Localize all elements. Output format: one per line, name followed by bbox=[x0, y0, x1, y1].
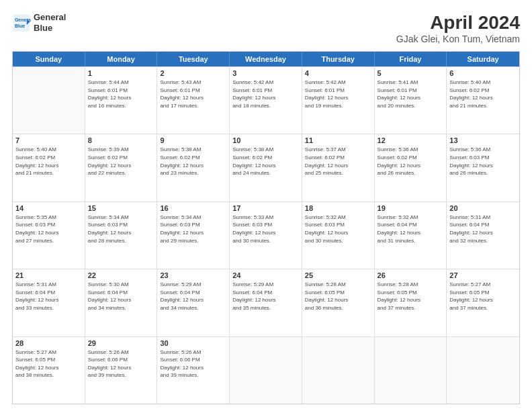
day-number: 29 bbox=[88, 339, 154, 347]
day-cell-26: 26Sunrise: 5:28 AM Sunset: 6:05 PM Dayli… bbox=[375, 269, 447, 336]
day-cell-19: 19Sunrise: 5:32 AM Sunset: 6:04 PM Dayli… bbox=[375, 202, 447, 269]
day-cell-8: 8Sunrise: 5:39 AM Sunset: 6:02 PM Daylig… bbox=[85, 134, 158, 201]
week-row-4: 21Sunrise: 5:31 AM Sunset: 6:04 PM Dayli… bbox=[13, 269, 519, 336]
day-info: Sunrise: 5:29 AM Sunset: 6:04 PM Dayligh… bbox=[232, 281, 299, 312]
day-cell-11: 11Sunrise: 5:37 AM Sunset: 6:02 PM Dayli… bbox=[302, 134, 375, 201]
day-cell-4: 4Sunrise: 5:42 AM Sunset: 6:01 PM Daylig… bbox=[302, 67, 375, 134]
day-info: Sunrise: 5:31 AM Sunset: 6:04 PM Dayligh… bbox=[449, 214, 517, 244]
svg-text:Blue: Blue bbox=[15, 24, 25, 28]
logo-line2: Blue bbox=[34, 23, 66, 34]
day-number: 14 bbox=[15, 204, 82, 212]
day-number: 5 bbox=[378, 69, 444, 77]
week-row-3: 14Sunrise: 5:35 AM Sunset: 6:03 PM Dayli… bbox=[13, 201, 519, 269]
day-number: 18 bbox=[305, 204, 371, 212]
day-cell-2: 2Sunrise: 5:43 AM Sunset: 6:01 PM Daylig… bbox=[157, 67, 230, 134]
day-cell-24: 24Sunrise: 5:29 AM Sunset: 6:04 PM Dayli… bbox=[230, 269, 302, 336]
day-info: Sunrise: 5:28 AM Sunset: 6:05 PM Dayligh… bbox=[305, 281, 371, 312]
day-number: 9 bbox=[160, 136, 226, 144]
main-title: April 2024 bbox=[396, 12, 520, 34]
day-header-thursday: Thursday bbox=[302, 52, 375, 66]
day-info: Sunrise: 5:32 AM Sunset: 6:04 PM Dayligh… bbox=[378, 214, 444, 244]
day-number: 12 bbox=[378, 136, 444, 144]
day-header-saturday: Saturday bbox=[447, 52, 519, 66]
day-info: Sunrise: 5:32 AM Sunset: 6:03 PM Dayligh… bbox=[305, 214, 371, 244]
day-cell-27: 27Sunrise: 5:27 AM Sunset: 6:05 PM Dayli… bbox=[447, 269, 519, 336]
day-cell-5: 5Sunrise: 5:41 AM Sunset: 6:01 PM Daylig… bbox=[375, 67, 447, 134]
day-header-sunday: Sunday bbox=[13, 52, 85, 66]
day-info: Sunrise: 5:43 AM Sunset: 6:01 PM Dayligh… bbox=[160, 79, 226, 109]
day-cell-18: 18Sunrise: 5:32 AM Sunset: 6:03 PM Dayli… bbox=[302, 202, 375, 269]
day-number: 10 bbox=[232, 136, 299, 144]
day-number: 30 bbox=[160, 339, 226, 347]
day-number: 11 bbox=[305, 136, 371, 144]
day-number: 6 bbox=[449, 69, 517, 77]
day-info: Sunrise: 5:34 AM Sunset: 6:03 PM Dayligh… bbox=[88, 214, 154, 244]
empty-cell bbox=[375, 337, 447, 404]
day-cell-3: 3Sunrise: 5:42 AM Sunset: 6:01 PM Daylig… bbox=[230, 67, 302, 134]
day-header-monday: Monday bbox=[85, 52, 158, 66]
day-cell-7: 7Sunrise: 5:40 AM Sunset: 6:02 PM Daylig… bbox=[13, 134, 85, 201]
logo-line1: General bbox=[34, 12, 66, 23]
day-cell-15: 15Sunrise: 5:34 AM Sunset: 6:03 PM Dayli… bbox=[85, 202, 158, 269]
calendar: SundayMondayTuesdayWednesdayThursdayFrid… bbox=[12, 51, 520, 404]
day-number: 19 bbox=[378, 204, 444, 212]
day-number: 13 bbox=[449, 136, 517, 144]
day-number: 4 bbox=[305, 69, 371, 77]
day-info: Sunrise: 5:39 AM Sunset: 6:02 PM Dayligh… bbox=[88, 146, 154, 177]
day-info: Sunrise: 5:29 AM Sunset: 6:04 PM Dayligh… bbox=[160, 281, 226, 312]
day-info: Sunrise: 5:42 AM Sunset: 6:01 PM Dayligh… bbox=[232, 79, 299, 109]
day-cell-20: 20Sunrise: 5:31 AM Sunset: 6:04 PM Dayli… bbox=[447, 202, 519, 269]
day-cell-21: 21Sunrise: 5:31 AM Sunset: 6:04 PM Dayli… bbox=[13, 269, 85, 336]
day-cell-28: 28Sunrise: 5:27 AM Sunset: 6:05 PM Dayli… bbox=[13, 337, 85, 404]
day-number: 16 bbox=[160, 204, 226, 212]
day-cell-25: 25Sunrise: 5:28 AM Sunset: 6:05 PM Dayli… bbox=[302, 269, 375, 336]
day-cell-13: 13Sunrise: 5:36 AM Sunset: 6:03 PM Dayli… bbox=[447, 134, 519, 201]
day-info: Sunrise: 5:27 AM Sunset: 6:05 PM Dayligh… bbox=[15, 349, 82, 379]
day-info: Sunrise: 5:40 AM Sunset: 6:02 PM Dayligh… bbox=[15, 146, 82, 177]
day-cell-6: 6Sunrise: 5:40 AM Sunset: 6:02 PM Daylig… bbox=[447, 67, 519, 134]
day-info: Sunrise: 5:26 AM Sunset: 6:06 PM Dayligh… bbox=[88, 349, 154, 379]
day-info: Sunrise: 5:38 AM Sunset: 6:02 PM Dayligh… bbox=[232, 146, 299, 177]
day-header-tuesday: Tuesday bbox=[157, 52, 230, 66]
day-info: Sunrise: 5:41 AM Sunset: 6:01 PM Dayligh… bbox=[378, 79, 444, 109]
day-info: Sunrise: 5:36 AM Sunset: 6:03 PM Dayligh… bbox=[449, 146, 517, 177]
day-info: Sunrise: 5:31 AM Sunset: 6:04 PM Dayligh… bbox=[15, 281, 82, 312]
header: General Blue General Blue April 2024 GJa… bbox=[12, 12, 520, 44]
day-info: Sunrise: 5:30 AM Sunset: 6:04 PM Dayligh… bbox=[88, 281, 154, 312]
calendar-header: SundayMondayTuesdayWednesdayThursdayFrid… bbox=[13, 52, 519, 66]
day-cell-30: 30Sunrise: 5:26 AM Sunset: 6:06 PM Dayli… bbox=[157, 337, 230, 404]
week-row-1: 1Sunrise: 5:44 AM Sunset: 6:01 PM Daylig… bbox=[13, 66, 519, 134]
day-number: 2 bbox=[160, 69, 226, 77]
day-info: Sunrise: 5:26 AM Sunset: 6:06 PM Dayligh… bbox=[160, 349, 226, 379]
day-info: Sunrise: 5:40 AM Sunset: 6:02 PM Dayligh… bbox=[449, 79, 517, 109]
page: General Blue General Blue April 2024 GJa… bbox=[0, 0, 532, 411]
day-info: Sunrise: 5:33 AM Sunset: 6:03 PM Dayligh… bbox=[232, 214, 299, 244]
day-number: 27 bbox=[449, 271, 517, 279]
day-cell-9: 9Sunrise: 5:38 AM Sunset: 6:02 PM Daylig… bbox=[157, 134, 230, 201]
day-number: 25 bbox=[305, 271, 371, 279]
day-number: 3 bbox=[232, 69, 299, 77]
day-cell-14: 14Sunrise: 5:35 AM Sunset: 6:03 PM Dayli… bbox=[13, 202, 85, 269]
day-number: 8 bbox=[88, 136, 154, 144]
day-header-friday: Friday bbox=[375, 52, 447, 66]
day-cell-10: 10Sunrise: 5:38 AM Sunset: 6:02 PM Dayli… bbox=[230, 134, 302, 201]
day-info: Sunrise: 5:44 AM Sunset: 6:01 PM Dayligh… bbox=[88, 79, 154, 109]
calendar-body: 1Sunrise: 5:44 AM Sunset: 6:01 PM Daylig… bbox=[13, 66, 519, 404]
day-info: Sunrise: 5:35 AM Sunset: 6:03 PM Dayligh… bbox=[15, 214, 82, 244]
empty-cell bbox=[447, 337, 519, 404]
day-cell-16: 16Sunrise: 5:34 AM Sunset: 6:03 PM Dayli… bbox=[157, 202, 230, 269]
day-info: Sunrise: 5:28 AM Sunset: 6:05 PM Dayligh… bbox=[378, 281, 444, 312]
day-cell-17: 17Sunrise: 5:33 AM Sunset: 6:03 PM Dayli… bbox=[230, 202, 302, 269]
logo-text: General Blue bbox=[34, 12, 66, 33]
day-number: 7 bbox=[15, 136, 82, 144]
subtitle: GJak Glei, Kon Tum, Vietnam bbox=[396, 34, 520, 44]
day-number: 26 bbox=[378, 271, 444, 279]
day-info: Sunrise: 5:27 AM Sunset: 6:05 PM Dayligh… bbox=[449, 281, 517, 312]
empty-cell bbox=[13, 67, 85, 134]
empty-cell bbox=[302, 337, 375, 404]
day-number: 17 bbox=[232, 204, 299, 212]
day-number: 1 bbox=[88, 69, 154, 77]
day-cell-22: 22Sunrise: 5:30 AM Sunset: 6:04 PM Dayli… bbox=[85, 269, 158, 336]
day-number: 22 bbox=[88, 271, 154, 279]
day-cell-12: 12Sunrise: 5:36 AM Sunset: 6:02 PM Dayli… bbox=[375, 134, 447, 201]
